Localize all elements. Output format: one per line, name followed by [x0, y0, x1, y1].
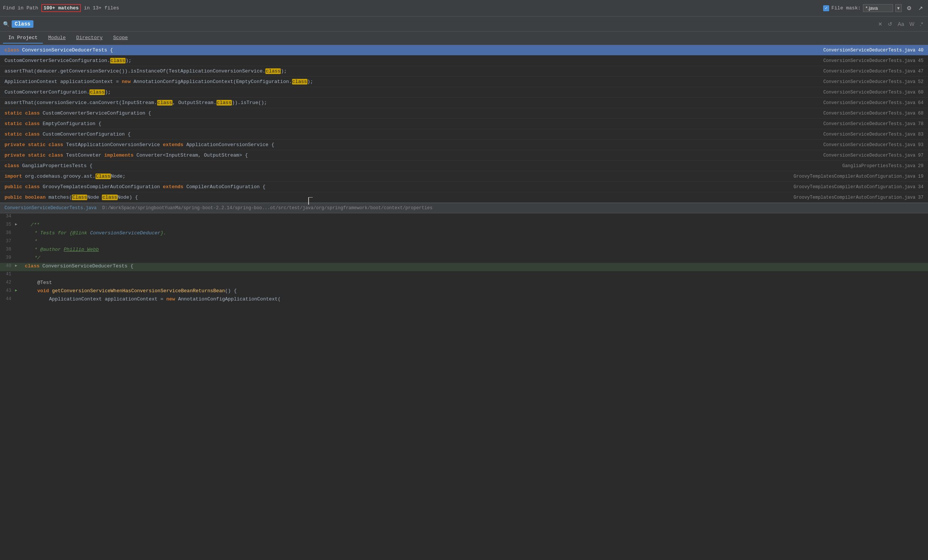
line-number: 42	[0, 280, 11, 285]
result-text: import org.codehaus.groovy.ast.ClassNode…	[5, 173, 790, 179]
file-mask-label: File mask:	[832, 5, 861, 11]
result-text: private static class TestApplicationConv…	[5, 142, 820, 148]
result-file: ConversionServiceDeducerTests.java 93	[824, 142, 923, 148]
line-number: 38	[0, 247, 11, 252]
result-text: ApplicationContext applicationContext = …	[5, 79, 820, 85]
status-file: ConversionServiceDeducerTests.java	[5, 205, 96, 211]
result-text: static class EmptyConfiguration {	[5, 121, 820, 126]
fold-icon[interactable]: ▶	[15, 222, 21, 227]
status-path: D:/WorkSpace/springbootYuanMa/spring-boo…	[102, 205, 433, 211]
code-line: 42 @Test	[0, 280, 928, 288]
word-match-icon[interactable]: W	[907, 20, 916, 28]
result-row[interactable]: CustomConverterConfiguration.class); Con…	[0, 87, 928, 97]
line-number: 37	[0, 239, 11, 244]
result-row[interactable]: ApplicationContext applicationContext = …	[0, 77, 928, 87]
result-file: ConversionServiceDeducerTests.java 78	[824, 121, 923, 126]
search-bar: 🔍 Class ✕ ↺ Aa W .*	[0, 17, 928, 32]
results-panel[interactable]: class ConversionServiceDeducerTests { Co…	[0, 45, 928, 203]
code-panel[interactable]: 34 35 ▶ /** 36 * Tests for {@link Conver…	[0, 213, 928, 560]
result-file: GroovyTemplatesCompilerAutoConfiguration…	[794, 195, 923, 200]
code-content: void getConversionServiceWhenHasConversi…	[23, 288, 928, 294]
regex-icon[interactable]: .*	[918, 20, 925, 28]
line-number: 40	[0, 263, 11, 269]
result-text: class GangliaPropertiesTests {	[5, 163, 838, 169]
match-count: 100+ matches	[41, 4, 81, 12]
code-line: 43 ▶ void getConversionServiceWhenHasCon…	[0, 288, 928, 296]
result-row[interactable]: import org.codehaus.groovy.ast.ClassNode…	[0, 171, 928, 182]
result-row[interactable]: assertThat(conversionService.canConvert(…	[0, 97, 928, 108]
result-file: ConversionServiceDeducerTests.java 52	[824, 79, 923, 85]
tabs-bar: In Project Module Directory Scope	[0, 32, 928, 45]
result-file: GroovyTemplatesCompilerAutoConfiguration…	[794, 184, 923, 190]
line-number: 36	[0, 230, 11, 236]
code-content: * @author Phillip Webb	[23, 247, 928, 253]
result-text: CustomConverterServiceConfiguration.clas…	[5, 58, 820, 64]
fold-icon[interactable]: ▶	[15, 263, 21, 268]
result-text: public class GroovyTemplatesCompilerAuto…	[5, 184, 790, 190]
line-number: 35	[0, 222, 11, 227]
search-controls: ✕ ↺ Aa W .*	[876, 20, 925, 28]
status-bar: ConversionServiceDeducerTests.java D:/Wo…	[0, 203, 928, 213]
result-file: ConversionServiceDeducerTests.java 47	[824, 69, 923, 74]
result-row[interactable]: public boolean matches(ClassNode classNo…	[0, 192, 928, 203]
result-row[interactable]: static class EmptyConfiguration { Conver…	[0, 119, 928, 129]
result-text: public boolean matches(ClassNode classNo…	[5, 195, 790, 200]
result-row[interactable]: class ConversionServiceDeducerTests { Co…	[0, 45, 928, 56]
code-line: 37 *	[0, 238, 928, 247]
tab-directory[interactable]: Directory	[71, 33, 108, 44]
file-count: in 13+ files	[84, 5, 119, 11]
result-row[interactable]: CustomConverterServiceConfiguration.clas…	[0, 56, 928, 66]
tab-in-project[interactable]: In Project	[3, 33, 43, 44]
search-icon[interactable]: 🔍	[3, 21, 9, 27]
result-text: private static class TestConveter implem…	[5, 152, 820, 158]
code-line: 38 * @author Phillip Webb	[0, 247, 928, 255]
code-content: @Test	[23, 280, 928, 285]
result-row[interactable]: private static class TestApplicationConv…	[0, 140, 928, 150]
result-text: CustomConverterConfiguration.class);	[5, 90, 820, 95]
result-text: static class CustomConverterServiceConfi…	[5, 110, 820, 116]
result-text: assertThat(deducer.getConversionService(…	[5, 68, 820, 74]
result-row[interactable]: assertThat(deducer.getConversionService(…	[0, 66, 928, 77]
result-file: ConversionServiceDeducerTests.java 60	[824, 90, 923, 95]
status-separator	[98, 205, 101, 211]
result-row[interactable]: class GangliaPropertiesTests { GangliaPr…	[0, 161, 928, 171]
close-results-icon[interactable]: ↗	[916, 4, 925, 12]
result-file: GroovyTemplatesCompilerAutoConfiguration…	[794, 174, 923, 179]
result-row[interactable]: private static class TestConveter implem…	[0, 150, 928, 161]
result-row[interactable]: static class CustomConverterServiceConfi…	[0, 108, 928, 119]
search-query: Class	[15, 21, 31, 27]
code-content: * Tests for {@link ConversionServiceDedu…	[23, 230, 928, 236]
code-content: */	[23, 255, 928, 261]
result-file: ConversionServiceDeducerTests.java 97	[824, 153, 923, 158]
tab-scope[interactable]: Scope	[108, 33, 133, 44]
code-content: /**	[22, 222, 928, 228]
result-file: ConversionServiceDeducerTests.java 40	[824, 48, 923, 53]
code-content: *	[23, 239, 928, 244]
file-mask-checkbox[interactable]: ✓	[823, 5, 829, 11]
find-in-path-bar: Find in Path 100+ matches in 13+ files ✓…	[0, 0, 928, 17]
search-input-wrapper[interactable]: Class	[12, 20, 34, 28]
match-case-icon[interactable]: Aa	[896, 20, 906, 28]
code-line: 39 */	[0, 255, 928, 263]
tab-module[interactable]: Module	[43, 33, 71, 44]
find-label: Find in Path	[3, 5, 38, 11]
result-file: ConversionServiceDeducerTests.java 83	[824, 132, 923, 137]
clear-search-icon[interactable]: ✕	[876, 20, 884, 28]
run-icon[interactable]: ▶	[15, 288, 21, 292]
line-number: 43	[0, 288, 11, 293]
line-number: 39	[0, 255, 11, 260]
filter-icon[interactable]: ⚙	[905, 4, 913, 12]
result-text: class ConversionServiceDeducerTests {	[5, 47, 820, 53]
file-mask-input[interactable]	[863, 4, 893, 12]
code-line: 35 ▶ /**	[0, 222, 928, 230]
code-line: 36 * Tests for {@link ConversionServiceD…	[0, 230, 928, 238]
result-file: GangliaPropertiesTests.java 29	[842, 163, 923, 169]
code-line: 34	[0, 213, 928, 222]
code-line: 40 ▶ class ConversionServiceDeducerTests…	[0, 263, 928, 271]
result-file: ConversionServiceDeducerTests.java 45	[824, 58, 923, 64]
refresh-search-icon[interactable]: ↺	[886, 20, 894, 28]
file-mask-dropdown[interactable]: ▾	[895, 4, 902, 12]
result-row[interactable]: public class GroovyTemplatesCompilerAuto…	[0, 182, 928, 192]
line-number: 44	[0, 296, 11, 301]
result-row[interactable]: static class CustomConverterConfiguratio…	[0, 129, 928, 140]
